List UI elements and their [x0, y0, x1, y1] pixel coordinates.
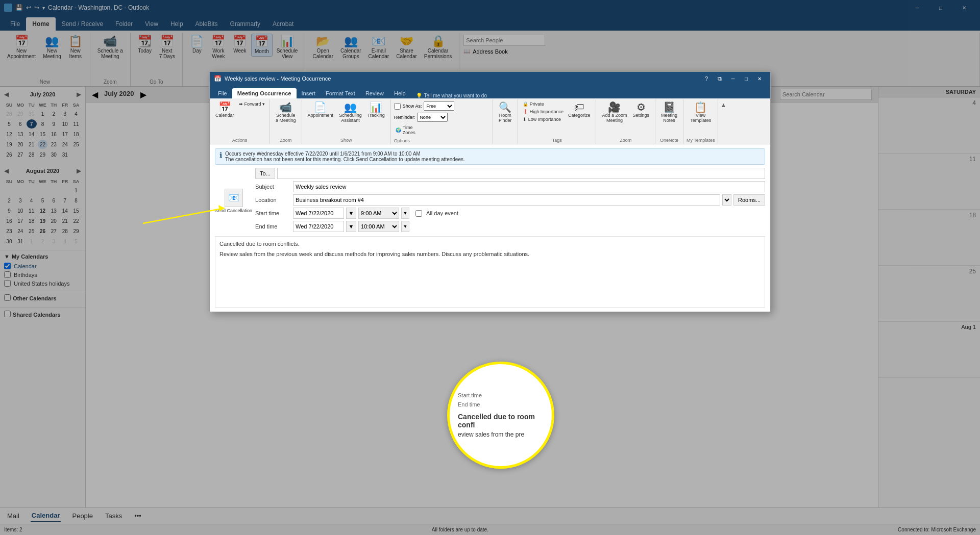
end-time-dropdown-btn[interactable]: ▼: [401, 221, 409, 232]
modal-show-label: Show: [340, 138, 352, 144]
reminder-select[interactable]: None 5 minutes 15 minutes 30 minutes: [417, 113, 448, 122]
modal-tab-insert[interactable]: Insert: [297, 88, 321, 98]
high-imp-label: High Importance: [530, 109, 564, 114]
modal-tracking-btn[interactable]: 📊 Tracking: [365, 100, 387, 119]
modal-private-btn[interactable]: 🔒 Private: [521, 100, 565, 108]
to-button[interactable]: To...: [255, 168, 275, 179]
modal-time-zones-btn[interactable]: 🌍 TimeZones: [394, 124, 455, 136]
modal-title-bar: 📅 Weekly sales review - Meeting Occurren…: [210, 72, 770, 85]
send-cancellation-btn[interactable]: 📧 Send Cancellation: [215, 168, 252, 234]
tell-me-label: Tell me what you want to do: [424, 93, 487, 98]
modal-room-finder-buttons: 🔍 RoomFinder: [496, 99, 514, 143]
modal-form-content: ℹ Occurs every Wednesday effective 7/22/…: [210, 144, 770, 312]
modal-tab-meeting-occurrence[interactable]: Meeting Occurrence: [232, 88, 297, 98]
outlook-window: 💾 ↩ ↪ ▾ Calendar - Washington, DC - Outl…: [0, 0, 980, 535]
end-date-input[interactable]: [293, 221, 344, 232]
add-zoom-icon: 🎥: [608, 102, 621, 112]
modal-high-importance-btn[interactable]: ❗ High Importance: [521, 108, 565, 115]
modal-tags-label: Tags: [552, 138, 562, 144]
location-input[interactable]: [293, 194, 720, 206]
modal-schedule-zoom-btn[interactable]: 📹 Schedulea Meeting: [273, 100, 299, 124]
to-row: To...: [255, 168, 765, 179]
modal-appointment-btn[interactable]: 📄 Appointment: [305, 100, 336, 119]
modal-cal-label: Calendar: [215, 113, 234, 118]
private-label: Private: [530, 101, 544, 107]
end-time-select[interactable]: 10:00 AM 10:30 AM 11:00 AM: [358, 221, 399, 232]
tags-column: 🔒 Private ❗ High Importance ⬇ Low Import…: [521, 100, 565, 123]
send-cancel-icon[interactable]: 📧: [225, 189, 243, 207]
modal-options-content: Show As: Free Busy Tentative Out of Offi…: [394, 99, 455, 138]
location-dropdown[interactable]: [722, 194, 731, 206]
subject-label: Subject: [255, 184, 291, 190]
show-as-select[interactable]: Free Busy Tentative Out of Office: [424, 101, 454, 111]
start-date-picker-btn[interactable]: ▼: [346, 208, 356, 219]
modal-tab-review[interactable]: Review: [360, 88, 389, 98]
modal-cal-icon: 📅: [218, 102, 231, 112]
modal-group-show: 📄 Appointment 👥 SchedulingAssistant 📊 Tr…: [302, 99, 391, 144]
modal-calendar-btn[interactable]: 📅 Calendar: [213, 100, 237, 119]
modal-zoom-icon: 📹: [279, 102, 292, 112]
zoom-line2: End time: [458, 401, 544, 407]
modal-tab-help[interactable]: Help: [389, 88, 411, 98]
modal-categorize-btn[interactable]: 🏷 Categorize: [566, 100, 593, 119]
reminder-label: Reminder:: [394, 115, 415, 120]
modal-actions-buttons: 📅 Calendar ➡ Forward ▾: [213, 99, 266, 138]
form-main: 📧 Send Cancellation To... Subject: [215, 168, 765, 234]
private-icon: 🔒: [523, 101, 528, 107]
modal-close-btn[interactable]: ✕: [753, 72, 766, 85]
modal-minimize-btn[interactable]: ─: [726, 72, 740, 85]
modal-zoom-settings-btn[interactable]: ⚙ Settings: [630, 100, 652, 119]
modal-room-finder-btn[interactable]: 🔍 RoomFinder: [496, 100, 514, 124]
body-line2: Review sales from the previous week and …: [219, 251, 761, 257]
info-line1: Occurs every Wednesday effective 7/22/20…: [225, 151, 465, 157]
to-input[interactable]: [277, 168, 765, 179]
end-date-picker-btn[interactable]: ▼: [346, 221, 356, 232]
info-line2: The cancellation has not been sent for t…: [225, 157, 465, 162]
rooms-button[interactable]: Rooms...: [733, 194, 765, 206]
modal-forward-btn[interactable]: ➡ Forward ▾: [237, 100, 267, 108]
modal-tab-file[interactable]: File: [213, 88, 232, 98]
room-finder-label: RoomFinder: [499, 113, 512, 123]
modal-tags-buttons: 🔒 Private ❗ High Importance ⬇ Low Import…: [521, 99, 593, 138]
modal-group-my-templates: 📋 ViewTemplates My Templates: [683, 99, 718, 144]
modal-scheduling-assistant-btn[interactable]: 👥 SchedulingAssistant: [336, 100, 364, 124]
modal-zoom-label: Schedulea Meeting: [276, 113, 296, 123]
add-zoom-label: Add a ZoomMeeting: [602, 113, 627, 123]
low-imp-icon: ⬇: [523, 117, 527, 122]
modal-view-templates-btn[interactable]: 📋 ViewTemplates: [688, 100, 714, 124]
modal-ribbon: 📅 Calendar ➡ Forward ▾ Actions: [210, 98, 770, 144]
start-time-dropdown-btn[interactable]: ▼: [401, 208, 409, 219]
all-day-checkbox[interactable]: [415, 210, 422, 217]
modal-restore-down-btn[interactable]: ⧉: [713, 72, 726, 85]
zoom-line3: Cancelled due to room confl: [458, 413, 544, 429]
modal-add-zoom-meeting-btn[interactable]: 🎥 Add a ZoomMeeting: [599, 100, 629, 124]
show-as-checkbox[interactable]: [394, 103, 401, 110]
modal-appt-label: Appointment: [308, 113, 334, 118]
modal-group-zoom: 📹 Schedulea Meeting Zoom: [270, 99, 302, 144]
meeting-modal: 📅 Weekly sales review - Meeting Occurren…: [209, 71, 771, 312]
start-time-select[interactable]: 9:00 AM 9:30 AM 10:00 AM: [358, 208, 399, 219]
modal-show-buttons: 📄 Appointment 👥 SchedulingAssistant 📊 Tr…: [305, 99, 387, 138]
modal-help-btn[interactable]: ?: [700, 72, 713, 85]
body-line1: Cancelled due to room conflicts.: [219, 241, 761, 247]
modal-appt-icon: 📄: [314, 102, 327, 112]
modal-options-label: Options: [394, 138, 410, 144]
subject-input[interactable]: [293, 181, 765, 192]
show-as-row: Show As: Free Busy Tentative Out of Offi…: [394, 101, 455, 111]
start-date-input[interactable]: [293, 208, 344, 219]
modal-templates-label: My Templates: [687, 138, 715, 144]
end-time-row: End time ▼ 10:00 AM 10:30 AM 11:00 AM ▼: [255, 221, 765, 232]
modal-add-zoom-label: Zoom: [620, 138, 631, 144]
modal-low-importance-btn[interactable]: ⬇ Low Importance: [521, 116, 565, 123]
modal-meeting-notes-btn[interactable]: 📓 MeetingNotes: [658, 100, 680, 124]
modal-tab-format-text[interactable]: Format Text: [321, 88, 360, 98]
modal-maximize-btn[interactable]: □: [740, 72, 753, 85]
meeting-body-area[interactable]: Cancelled due to room conflicts. Review …: [215, 236, 765, 308]
tell-me-area[interactable]: 💡 Tell me what you want to do: [411, 93, 492, 98]
tz-icon: 🌍: [396, 128, 401, 133]
modal-actions-label: Actions: [232, 138, 248, 144]
forward-icon: ➡: [239, 101, 243, 107]
end-time-label: End time: [255, 223, 291, 230]
collapse-ribbon-btn[interactable]: ▲: [720, 101, 726, 109]
high-imp-icon: ❗: [523, 109, 528, 114]
